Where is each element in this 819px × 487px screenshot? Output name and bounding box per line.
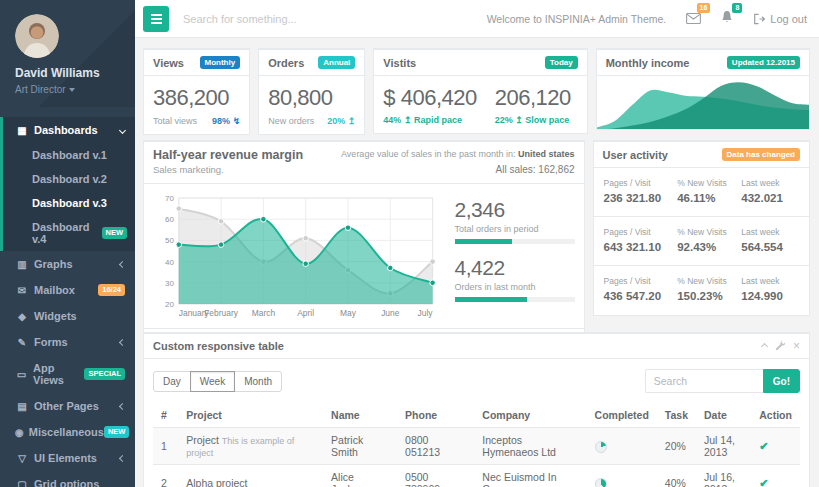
svg-text:March: March [252, 307, 276, 317]
sidebar-item-app-views[interactable]: ▭App ViewsSPECIAL [3, 355, 135, 393]
user-activity-panel: User activityData has changed Pages / Vi… [593, 140, 810, 316]
laptop-icon: ▢ [15, 479, 29, 487]
activity-label: Pages / Visit [604, 227, 678, 237]
top-header: Welcome to INSPINIA+ Admin Theme. 16 8 L… [135, 0, 819, 38]
grid-icon: ▦ [15, 125, 29, 136]
revenue-stats: 2,346 Total orders in period 4,422 Order… [443, 192, 575, 322]
sidebar-item-grid-options[interactable]: ▢Grid options [3, 471, 135, 487]
activity-value: 124.990 [741, 290, 799, 302]
level-up-icon: ↥ [348, 116, 356, 126]
svg-text:50: 50 [165, 236, 174, 245]
filter-week-button[interactable]: Week [190, 371, 235, 392]
diamond-icon: ◆ [15, 311, 29, 322]
orders-label: New orders [268, 116, 314, 126]
action-check-icon[interactable]: ✔ [759, 477, 768, 487]
chevron-left-icon [119, 454, 126, 461]
chevron-left-icon [119, 338, 126, 345]
panel-tools: × [762, 340, 800, 352]
messages-button[interactable]: 16 [686, 10, 701, 28]
sidebar-item-dashboard-v-3[interactable]: Dashboard v.3 [3, 191, 135, 215]
income-badge: Updated 12.2015 [727, 56, 800, 69]
edit-icon: ✎ [15, 337, 29, 348]
globe-icon: ◉ [15, 427, 24, 438]
filter-day-button[interactable]: Day [153, 371, 191, 392]
welcome-text: Welcome to INSPINIA+ Admin Theme. [487, 13, 667, 25]
table-row: 1Project This is example of projectPatri… [153, 428, 800, 465]
bolt-icon: ↯ [233, 116, 241, 126]
logout-button[interactable]: Log out [753, 13, 807, 25]
svg-text:May: May [340, 307, 357, 317]
envelope-icon: ✉ [15, 285, 29, 296]
filter-month-button[interactable]: Month [234, 371, 282, 392]
avatar[interactable] [15, 14, 59, 58]
svg-text:60: 60 [165, 215, 174, 224]
activity-value: 46.11% [677, 192, 741, 204]
flask-icon: ▽ [15, 453, 29, 464]
chevron-down-icon [119, 126, 126, 133]
sidebar-item-dashboard-v-2[interactable]: Dashboard v.2 [3, 167, 135, 191]
user-activity-title: User activity [603, 149, 668, 161]
avatar-photo [15, 14, 59, 58]
activity-label: Pages / Visit [604, 178, 678, 188]
activity-label: % New Visits [677, 276, 741, 286]
chevron-left-icon [119, 402, 126, 409]
column-header-phone: Phone [397, 403, 474, 428]
revenue-summary: Average value of sales in the past month… [341, 148, 574, 177]
settings-icon[interactable] [775, 340, 785, 352]
monthly-income-chart [597, 76, 809, 130]
svg-text:40: 40 [165, 257, 174, 266]
chevron-left-icon [119, 260, 126, 267]
sidebar-item-miscellaneous[interactable]: ◉MiscellaneousNEW [3, 419, 135, 445]
activity-label: Last week [741, 227, 799, 237]
menu-toggle-button[interactable] [143, 6, 169, 32]
revenue-subtitle: Sales marketing. [153, 164, 303, 175]
table-search-input[interactable] [645, 369, 763, 393]
activity-value: 236 321.80 [604, 192, 678, 204]
orders-panel: OrdersAnnual 80,800 New orders20% ↥ [258, 48, 365, 130]
notifications-button[interactable]: 8 [721, 10, 733, 28]
visits-secondary-value: 206,120 [495, 85, 571, 111]
activity-label: Last week [741, 178, 799, 188]
go-button[interactable]: Go! [763, 369, 800, 393]
search-input[interactable] [183, 13, 383, 25]
sidebar-item-graphs[interactable]: ▥Graphs [3, 251, 135, 277]
table-panel: Custom responsive table × Day Week [143, 332, 810, 487]
sidebar-nav: ▦DashboardsDashboard v.1Dashboard v.2Das… [0, 117, 135, 487]
sidebar-item-dashboards[interactable]: ▦Dashboards [3, 117, 135, 143]
nav-badge: NEW [104, 426, 130, 438]
sidebar-item-dashboard-v-4[interactable]: Dashboard v.4NEW [3, 215, 135, 251]
svg-text:June: June [381, 307, 400, 317]
svg-text:70: 70 [165, 193, 174, 202]
sidebar-item-ui-elements[interactable]: ▽UI Elements [3, 445, 135, 471]
sidebar-item-forms[interactable]: ✎Forms [3, 329, 135, 355]
sidebar-item-widgets[interactable]: ◆Widgets [3, 303, 135, 329]
profile-role-menu[interactable]: Art Director [15, 84, 125, 95]
svg-text:20: 20 [165, 299, 174, 308]
level-up-icon: ↥ [404, 115, 412, 125]
activity-value: 436 547.20 [604, 290, 678, 302]
orders-period-progress [455, 239, 575, 244]
column-header-company: Company [474, 403, 586, 428]
views-panel: ViewsMonthly 386,200 Total views98% ↯ [143, 48, 250, 130]
sidebar-item-dashboard-v-1[interactable]: Dashboard v.1 [3, 143, 135, 167]
views-badge: Monthly [200, 56, 241, 69]
action-check-icon[interactable]: ✔ [759, 440, 768, 452]
svg-text:February: February [204, 307, 238, 317]
close-icon[interactable]: × [793, 340, 800, 352]
envelope-icon [686, 13, 701, 24]
activity-value: 643 321.10 [604, 241, 678, 253]
files-icon: ▤ [15, 401, 29, 412]
column-header-date: Date [696, 403, 751, 428]
collapse-icon[interactable] [761, 342, 768, 349]
svg-text:July: July [418, 307, 434, 317]
profile-section: David Williams Art Director [0, 0, 135, 107]
column-header-action: Action [751, 403, 800, 428]
visits-secondary-pace: 22% ↥ Slow pace [495, 115, 571, 125]
views-title: Views [153, 57, 184, 69]
activity-row: Pages / Visit643 321.10% New Visits92.43… [594, 217, 809, 266]
orders-period-value: 2,346 [455, 198, 575, 222]
views-change: 98% ↯ [212, 116, 240, 126]
sidebar-item-other-pages[interactable]: ▤Other Pages [3, 393, 135, 419]
sidebar-item-mailbox[interactable]: ✉Mailbox16/24 [3, 277, 135, 303]
table-title: Custom responsive table [153, 340, 284, 352]
